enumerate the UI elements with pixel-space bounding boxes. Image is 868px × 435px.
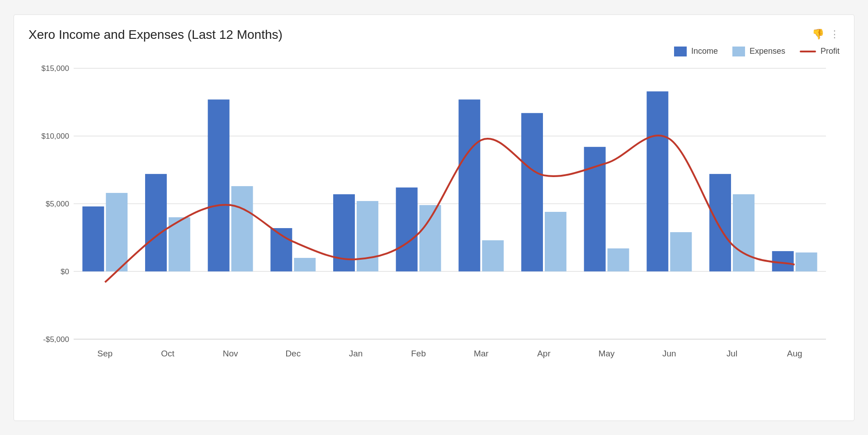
svg-text:Jul: Jul [726, 348, 737, 358]
card-header: Xero Income and Expenses (Last 12 Months… [28, 28, 840, 42]
svg-text:Aug: Aug [787, 348, 802, 358]
expenses-swatch [732, 47, 745, 56]
svg-text:Jun: Jun [662, 348, 676, 358]
svg-rect-26 [584, 147, 606, 271]
chart-card: Xero Income and Expenses (Last 12 Months… [14, 14, 854, 421]
svg-rect-28 [646, 91, 668, 271]
svg-text:Mar: Mar [474, 348, 489, 358]
svg-rect-25 [545, 212, 566, 271]
svg-text:$5,000: $5,000 [46, 200, 69, 208]
legend-income: Income [674, 47, 718, 56]
legend-profit: Profit [800, 47, 840, 56]
chart-svg: $15,000$10,000$5,000$0-$5,000SepOctNovDe… [28, 64, 840, 371]
svg-rect-33 [796, 252, 817, 271]
svg-rect-12 [145, 174, 167, 271]
income-swatch [674, 47, 687, 56]
svg-rect-20 [396, 187, 418, 271]
chart-legend: Income Expenses Profit [28, 47, 840, 56]
svg-rect-31 [733, 194, 755, 271]
expenses-label: Expenses [750, 47, 785, 56]
svg-rect-30 [709, 174, 731, 271]
svg-text:-$5,000: -$5,000 [43, 335, 69, 343]
svg-text:Jan: Jan [349, 348, 363, 358]
svg-text:May: May [599, 348, 615, 358]
svg-text:Nov: Nov [223, 348, 238, 358]
svg-rect-27 [608, 248, 629, 271]
svg-rect-17 [294, 257, 316, 271]
svg-text:Oct: Oct [161, 348, 175, 358]
svg-rect-22 [458, 99, 480, 271]
svg-rect-10 [82, 206, 104, 271]
card-actions: 👎 ⋮ [812, 28, 840, 39]
profit-label: Profit [821, 47, 840, 56]
svg-text:$0: $0 [61, 267, 69, 276]
svg-rect-14 [208, 99, 230, 271]
svg-rect-19 [357, 201, 378, 271]
chart-area: $15,000$10,000$5,000$0-$5,000SepOctNovDe… [28, 64, 840, 371]
svg-text:Apr: Apr [537, 348, 551, 358]
svg-rect-23 [482, 240, 504, 271]
svg-text:$15,000: $15,000 [42, 64, 69, 73]
thumbdown-icon[interactable]: 👎 [812, 29, 824, 39]
menu-icon[interactable]: ⋮ [830, 29, 840, 39]
svg-text:Feb: Feb [411, 348, 426, 358]
svg-rect-29 [670, 232, 692, 271]
svg-rect-21 [420, 205, 441, 271]
svg-text:Dec: Dec [285, 348, 301, 358]
svg-rect-15 [231, 186, 253, 271]
svg-rect-24 [521, 113, 543, 271]
legend-expenses: Expenses [732, 47, 785, 56]
chart-title: Xero Income and Expenses (Last 12 Months… [28, 28, 283, 42]
svg-rect-11 [106, 193, 127, 271]
svg-text:$10,000: $10,000 [42, 132, 69, 140]
svg-rect-32 [772, 251, 794, 271]
profit-swatch [800, 51, 816, 52]
svg-text:Sep: Sep [97, 348, 113, 358]
income-label: Income [691, 47, 718, 56]
